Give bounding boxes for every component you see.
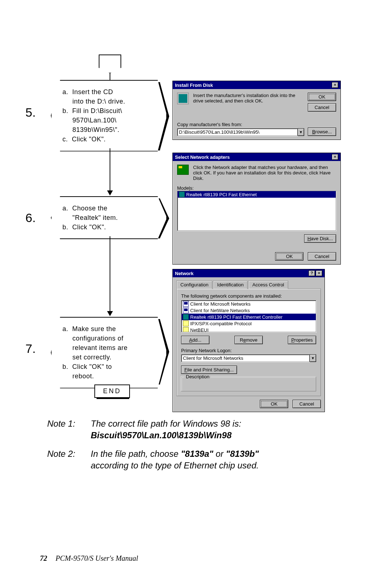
- tab-panel: The following network components are ins…: [176, 289, 321, 396]
- flow-step-7: a. Make sure the configurations of relev…: [51, 317, 167, 388]
- step5-line: 8139b\Win95\".: [62, 125, 152, 134]
- chevron-down-icon[interactable]: ▼: [298, 128, 304, 136]
- page-footer: 72 PCM-9570/S User's Manual: [40, 554, 138, 563]
- note1-body: The correct file path for Windows 98 is:…: [91, 418, 241, 442]
- components-listbox[interactable]: Client for Microsoft NetworksClient for …: [181, 300, 316, 332]
- step7-line: a. Make sure the: [62, 324, 152, 334]
- step6-line: b. Click "OK".: [62, 222, 152, 232]
- arrow-icon: [107, 190, 113, 196]
- models-label: Models:: [177, 185, 336, 191]
- list-item-label: IPX/SPX-compatible Protocol: [190, 321, 252, 326]
- note2-label: Note 2:: [47, 448, 91, 472]
- ok-button[interactable]: OK: [308, 93, 336, 101]
- manual-title: PCM-9570/S User's Manual: [56, 554, 138, 562]
- dialog-message: Insert the manufacturer's installation d…: [193, 93, 303, 112]
- dialog-title: Select Network adapters: [175, 154, 230, 160]
- titlebar: Network ? ×: [173, 269, 324, 277]
- flow-line: [110, 148, 110, 192]
- list-item[interactable]: Realtek rtl8139 PCI Fast Ethernet Contro…: [181, 314, 316, 320]
- titlebar: Install From Disk ×: [173, 81, 340, 89]
- page-number: 72: [40, 554, 47, 562]
- logon-label: Primary Network Logon:: [181, 348, 316, 353]
- step5-line: a. Insert the CD: [62, 87, 152, 97]
- comp-icon: [183, 301, 189, 307]
- titlebar: Select Network adapters ×: [173, 153, 340, 161]
- cancel-button[interactable]: Cancel: [293, 400, 321, 408]
- step5-line: b. Fill in D:\Biscuit\: [62, 106, 152, 116]
- net-icon: [183, 314, 189, 320]
- models-listbox[interactable]: Realtek rtl8139 PCI Fast Ethernet: [177, 191, 336, 231]
- step7-line: set correctly.: [62, 353, 152, 362]
- flow-end: END: [94, 384, 130, 398]
- dialog-title: Network: [175, 271, 193, 276]
- file-print-sharing-button[interactable]: File and Print Sharing...: [181, 366, 237, 374]
- list-item[interactable]: Client for NetWare Networks: [181, 307, 316, 314]
- comp-icon: [183, 307, 189, 313]
- list-item[interactable]: Client for Microsoft Networks: [181, 301, 316, 307]
- list-item-label: Realtek rtl8139 PCI Fast Ethernet Contro…: [190, 314, 282, 320]
- have-disk-button[interactable]: Have Disk...: [304, 234, 336, 243]
- list-item[interactable]: IPX/SPX-compatible Protocol: [181, 320, 316, 327]
- network-card-icon: [177, 165, 189, 175]
- disk-icon: [177, 93, 189, 104]
- ok-button[interactable]: OK: [260, 400, 288, 408]
- tab-configuration[interactable]: Configuration: [176, 281, 212, 289]
- install-from-disk-dialog: Install From Disk × Insert the manufactu…: [172, 81, 341, 140]
- cancel-button[interactable]: Cancel: [308, 252, 336, 261]
- list-item-label: Client for NetWare Networks: [190, 308, 250, 313]
- select-network-adapters-dialog: Select Network adapters × Click the Netw…: [172, 153, 341, 265]
- step-number-5: 5.: [25, 105, 36, 120]
- arrow-icon: [107, 311, 113, 316]
- adapter-icon: [179, 192, 185, 197]
- list-item[interactable]: Realtek rtl8139 PCI Fast Ethernet: [177, 191, 336, 198]
- step5-line: 9570\Lan.100\: [62, 116, 152, 125]
- flow-step-5: a. Insert the CD into the D:\ drive. b. …: [51, 80, 167, 152]
- tab-identification[interactable]: Identification: [213, 281, 248, 289]
- description-legend: Description: [184, 374, 211, 379]
- dialog-title: Install From Disk: [175, 82, 213, 88]
- step5-line: c. Click "OK".: [62, 134, 152, 144]
- path-input[interactable]: D:\Biscuit\9570\Lan.100\8139b\Win95\: [177, 128, 298, 136]
- step6-line: a. Choose the: [62, 204, 152, 213]
- list-item-label: Realtek rtl8139 PCI Fast Ethernet: [186, 192, 257, 197]
- remove-button[interactable]: Remove: [234, 336, 263, 344]
- network-dialog: Network ? × Configuration Identification…: [172, 269, 325, 412]
- step7-line: reboot.: [62, 371, 152, 381]
- note1-label: Note 1:: [47, 418, 91, 442]
- step-number-6: 6.: [25, 211, 36, 225]
- tabs: Configuration Identification Access Cont…: [176, 281, 321, 289]
- copy-from-label: Copy manufacturer's files from:: [177, 122, 304, 127]
- step7-line: relevant items are: [62, 343, 152, 353]
- list-item-label: NetBEUI: [190, 327, 209, 333]
- add-button[interactable]: Add...: [181, 336, 209, 344]
- note2-body: In the file path, choose "8139a" or "813…: [91, 448, 259, 472]
- step7-line: configurations of: [62, 334, 152, 343]
- flow-line: [110, 236, 110, 313]
- list-item[interactable]: NetBEUI: [181, 327, 316, 332]
- proto-icon: [183, 327, 189, 332]
- close-icon[interactable]: ×: [316, 270, 322, 276]
- properties-button[interactable]: Properties: [288, 336, 316, 344]
- components-label: The following network components are ins…: [181, 293, 316, 299]
- cancel-button[interactable]: Cancel: [308, 103, 336, 112]
- list-item-label: Client for Microsoft Networks: [190, 301, 250, 307]
- ok-button[interactable]: OK: [275, 252, 303, 261]
- step7-line: b. Click "OK" to: [62, 362, 152, 371]
- flow-step-6: a. Choose the "Realtek" item. b. Click "…: [51, 196, 167, 239]
- proto-icon: [183, 321, 189, 326]
- help-icon[interactable]: ?: [309, 270, 315, 276]
- dialog-message: Click the Network adapter that matches y…: [193, 165, 336, 181]
- close-icon[interactable]: ×: [332, 82, 338, 88]
- page: 5. a. Insert the CD into the D:\ drive. …: [25, 0, 345, 588]
- tab-access-control[interactable]: Access Control: [248, 281, 288, 289]
- close-icon[interactable]: ×: [332, 154, 338, 160]
- description-group: Description: [181, 377, 316, 391]
- step5-line: into the D:\ drive.: [62, 97, 152, 106]
- browse-button[interactable]: Browse...: [308, 128, 336, 136]
- flow-connector-top: [99, 55, 121, 73]
- logon-select[interactable]: Client for Microsoft Networks: [181, 354, 310, 362]
- step6-line: "Realtek" item.: [62, 213, 152, 222]
- chevron-down-icon[interactable]: ▼: [310, 354, 316, 362]
- step-number-7: 7.: [25, 342, 36, 356]
- notes: Note 1: The correct file path for Window…: [47, 418, 316, 475]
